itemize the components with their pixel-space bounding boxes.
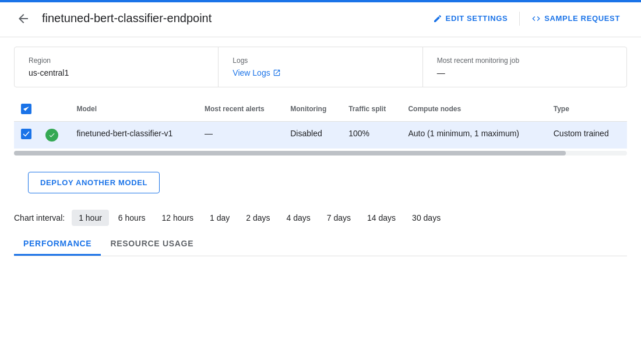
status-green-icon: [45, 129, 58, 142]
interval-7days-button[interactable]: 7 days: [320, 210, 358, 226]
region-col: Region us-central1: [15, 47, 219, 87]
row-type-cell: Custom trained: [547, 122, 627, 149]
row-model-cell: finetuned-bert-classifier-v1: [69, 122, 198, 149]
tab-resource-usage[interactable]: RESOURCE USAGE: [101, 233, 203, 256]
chart-interval-row: Chart interval: 1 hour 6 hours 12 hours …: [14, 210, 627, 226]
table-row: finetuned-bert-classifier-v1 — Disabled …: [14, 122, 627, 149]
models-table: Model Most recent alerts Monitoring Traf…: [14, 97, 627, 149]
region-label: Region: [29, 56, 204, 65]
interval-6hours-button[interactable]: 6 hours: [111, 210, 153, 226]
col-monitoring: Monitoring: [283, 97, 341, 122]
pencil-icon: [433, 14, 442, 23]
info-section: Region us-central1 Logs View Logs Most r…: [14, 47, 627, 87]
deploy-another-model-button[interactable]: DEPLOY ANOTHER MODEL: [28, 172, 160, 193]
view-logs-text: View Logs: [233, 68, 270, 77]
external-link-icon: [273, 69, 281, 77]
row-alerts-cell: —: [198, 122, 283, 149]
interval-4days-button[interactable]: 4 days: [280, 210, 318, 226]
top-bar: finetuned-bert-classifier-endpoint EDIT …: [0, 0, 641, 37]
top-bar-actions: EDIT SETTINGS SAMPLE REQUEST: [426, 9, 627, 28]
col-traffic: Traffic split: [341, 97, 401, 122]
sample-request-label: SAMPLE REQUEST: [544, 14, 620, 23]
interval-30days-button[interactable]: 30 days: [405, 210, 448, 226]
monitoring-value: —: [437, 68, 612, 77]
monitoring-col: Most recent monitoring job —: [423, 47, 626, 87]
logs-label: Logs: [233, 56, 408, 65]
monitoring-label: Most recent monitoring job: [437, 56, 612, 65]
tabs-row: PERFORMANCE RESOURCE USAGE: [14, 233, 627, 256]
col-checkbox: [14, 97, 38, 122]
view-logs-link[interactable]: View Logs: [233, 68, 408, 77]
col-compute: Compute nodes: [401, 97, 546, 122]
interval-2days-button[interactable]: 2 days: [239, 210, 277, 226]
table-scrollbar[interactable]: [14, 151, 627, 156]
col-model: Model: [69, 97, 198, 122]
deploy-button-container: DEPLOY ANOTHER MODEL: [14, 162, 627, 203]
logs-col: Logs View Logs: [219, 47, 422, 87]
divider: [519, 12, 520, 26]
edit-settings-label: EDIT SETTINGS: [446, 14, 508, 23]
chart-interval-label: Chart interval:: [14, 213, 65, 222]
row-checkbox-cell: [14, 122, 38, 149]
col-alerts: Most recent alerts: [198, 97, 283, 122]
edit-settings-button[interactable]: EDIT SETTINGS: [426, 9, 515, 28]
sample-request-button[interactable]: SAMPLE REQUEST: [524, 9, 627, 28]
row-traffic-cell: 100%: [341, 122, 401, 149]
row-status-cell: [38, 122, 69, 149]
code-icon: [531, 14, 541, 23]
row-checkbox[interactable]: [21, 129, 31, 139]
back-button[interactable]: [14, 9, 33, 28]
tab-performance[interactable]: PERFORMANCE: [14, 233, 101, 256]
scroll-thumb: [14, 151, 566, 156]
models-table-wrapper: Model Most recent alerts Monitoring Traf…: [14, 97, 627, 149]
page-title: finetuned-bert-classifier-endpoint: [42, 12, 417, 25]
interval-14days-button[interactable]: 14 days: [360, 210, 403, 226]
region-value: us-central1: [29, 68, 204, 77]
col-type: Type: [547, 97, 627, 122]
interval-1hour-button[interactable]: 1 hour: [72, 210, 109, 226]
table-header-row: Model Most recent alerts Monitoring Traf…: [14, 97, 627, 122]
select-all-checkbox[interactable]: [21, 104, 31, 114]
interval-12hours-button[interactable]: 12 hours: [155, 210, 200, 226]
row-compute-cell: Auto (1 minimum, 1 maximum): [401, 122, 546, 149]
interval-1day-button[interactable]: 1 day: [203, 210, 237, 226]
row-monitoring-cell: Disabled: [283, 122, 341, 149]
col-status: [38, 97, 69, 122]
